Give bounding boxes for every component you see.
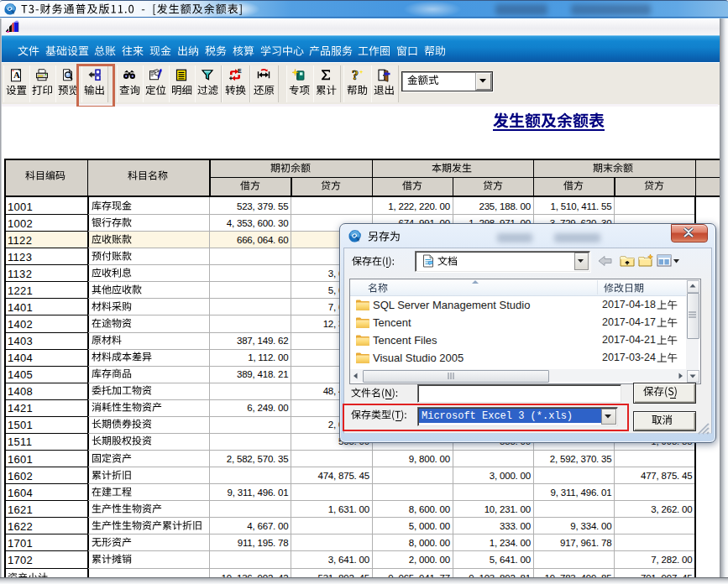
- svg-text:E: E: [238, 68, 242, 74]
- svg-text:A: A: [13, 70, 20, 80]
- svg-text:?: ?: [352, 68, 359, 82]
